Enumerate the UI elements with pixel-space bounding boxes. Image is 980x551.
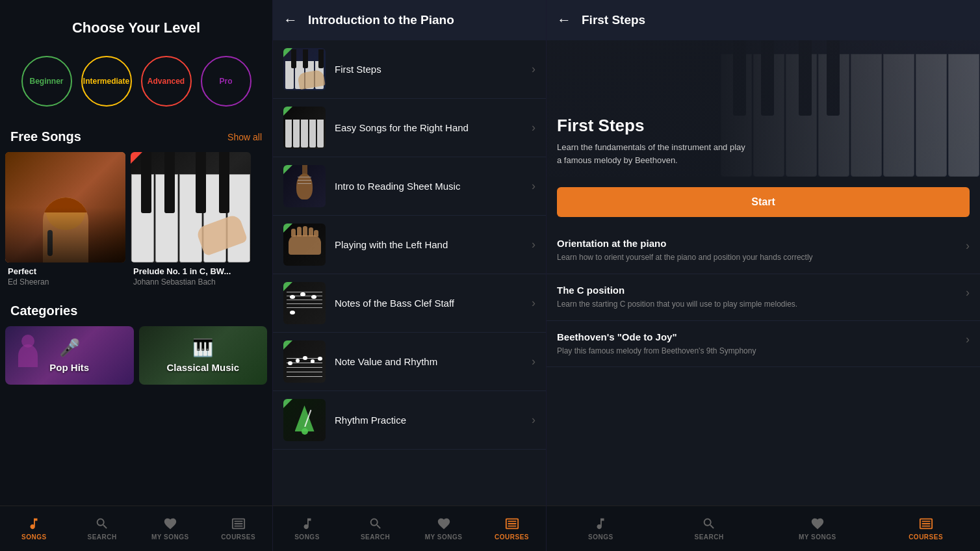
song-info-prelude: Prelude No. 1 in C, BW... Johann Sebasti…	[131, 263, 251, 287]
lesson-top-orientation: Orientation at the piano Learn how to or…	[557, 238, 970, 263]
panel2-title: Introduction to the Piano	[308, 13, 454, 27]
green-corner-reading	[283, 165, 292, 174]
green-corner-rhythm	[283, 399, 292, 408]
nav-songs-label-p3: SONGS	[588, 533, 613, 541]
pop-hits-icon: 🎤	[59, 338, 80, 358]
level-intermediate[interactable]: Intermediate	[81, 56, 132, 107]
course-item-lefthand[interactable]: Playing with the Left Hand ›	[273, 216, 546, 274]
back-button-p2[interactable]: ←	[283, 12, 298, 29]
heart-icon-p2	[437, 517, 451, 531]
free-songs-header: Free Songs Show all	[0, 123, 272, 152]
song-thumb-prelude	[131, 152, 251, 263]
nav-mysongs-p1[interactable]: MY SONGS	[136, 511, 205, 546]
nav-mysongs-p2[interactable]: MY SONGS	[409, 511, 478, 546]
nav-search-label-p1: SEARCH	[88, 533, 117, 541]
course-name-reading: Intro to Reading Sheet Music	[326, 181, 532, 192]
courses-icon-p1	[231, 517, 246, 531]
category-pop-hits[interactable]: 🎤 Pop Hits	[5, 326, 134, 385]
course-arrow-easysongs: ›	[532, 121, 535, 135]
course-name-lefthand: Playing with the Left Hand	[326, 239, 532, 250]
nav-songs-p2[interactable]: SONGS	[273, 511, 341, 546]
categories-grid: 🎤 Pop Hits 🎹 Classical Music	[0, 326, 272, 385]
category-classical[interactable]: 🎹 Classical Music	[139, 326, 268, 385]
level-beginner[interactable]: Beginner	[21, 56, 72, 107]
panel2-bottom-nav: SONGS SEARCH MY SONGS COURSES	[273, 506, 546, 551]
classical-music-icon: 🎹	[192, 338, 213, 358]
lesson-text-cposition: The C position Learn the starting C posi…	[557, 285, 797, 310]
lesson-desc-beethoven: Play this famous melody from Beethoven's…	[557, 346, 756, 357]
lesson-item-cposition[interactable]: The C position Learn the starting C posi…	[547, 274, 980, 321]
nav-mysongs-p3[interactable]: MY SONGS	[764, 511, 872, 546]
search-icon-p3	[702, 517, 716, 531]
course-item-easysongs[interactable]: Easy Songs for the Right Hand ›	[273, 99, 546, 157]
song-card-prelude[interactable]: Prelude No. 1 in C, BW... Johann Sebasti…	[131, 152, 251, 287]
course-thumb-rhythm	[283, 399, 326, 441]
nav-courses-label-p2: COURSES	[495, 533, 529, 541]
level-circles: Beginner Intermediate Advanced Pro	[0, 49, 272, 123]
back-button-p3[interactable]: ←	[557, 12, 571, 29]
show-all-button[interactable]: Show all	[227, 132, 262, 142]
level-pro[interactable]: Pro	[201, 56, 251, 107]
nav-courses-p3[interactable]: COURSES	[871, 511, 980, 546]
lessons-list: Orientation at the piano Learn how to or…	[547, 227, 980, 551]
heart-icon-p1	[163, 517, 177, 531]
lesson-item-beethoven[interactable]: Beethoven's "Ode to Joy" Play this famou…	[547, 321, 980, 368]
lesson-arrow-orientation: ›	[966, 239, 970, 253]
panel3-header: ← First Steps	[547, 0, 980, 40]
search-icon-p2	[368, 517, 383, 531]
music-note-icon-p3	[593, 517, 608, 531]
course-name-notevalue: Note Value and Rhythm	[326, 356, 532, 367]
nav-courses-label-p1: COURSES	[221, 533, 255, 541]
panel1-scroll: Choose Your Level Beginner Intermediate …	[0, 0, 272, 551]
nav-search-label-p3: SEARCH	[695, 533, 724, 541]
course-name-easysongs: Easy Songs for the Right Hand	[326, 122, 532, 133]
song-artist-prelude: Johann Sebastian Bach	[133, 277, 248, 287]
choose-level-title: Choose Your Level	[0, 0, 272, 49]
level-advanced[interactable]: Advanced	[141, 56, 192, 107]
course-item-firststeps[interactable]: First Steps ›	[273, 40, 546, 99]
song-artist-perfect: Ed Sheeran	[8, 277, 123, 287]
start-button[interactable]: Start	[557, 187, 970, 217]
course-item-rhythm[interactable]: Rhythm Practice ›	[273, 391, 546, 450]
lesson-title-cposition: The C position	[557, 285, 797, 296]
music-note-icon-p2	[300, 517, 315, 531]
course-name-rhythm: Rhythm Practice	[326, 415, 532, 426]
nav-courses-label-p3: COURSES	[909, 533, 943, 541]
nav-search-p2[interactable]: SEARCH	[341, 511, 409, 546]
course-item-notevalue[interactable]: Note Value and Rhythm ›	[273, 333, 546, 391]
song-name-perfect: Perfect	[8, 266, 123, 276]
hero-content: First Steps Learn the fundamentals of th…	[547, 105, 762, 177]
song-info-perfect: Perfect Ed Sheeran	[5, 263, 125, 287]
nav-search-p3[interactable]: SEARCH	[655, 511, 764, 546]
nav-courses-p1[interactable]: COURSES	[204, 511, 272, 546]
nav-songs-p1[interactable]: SONGS	[0, 511, 68, 546]
panel2-header: ← Introduction to the Piano	[273, 0, 546, 40]
course-thumb-firststeps	[283, 48, 326, 90]
green-corner-easysongs	[283, 107, 292, 116]
lesson-top-beethoven: Beethoven's "Ode to Joy" Play this famou…	[557, 331, 970, 357]
lesson-arrow-cposition: ›	[966, 286, 970, 300]
heart-icon-p3	[810, 517, 825, 531]
panel3-title: First Steps	[582, 13, 645, 27]
categories-header: Categories	[0, 297, 272, 326]
course-arrow-lefthand: ›	[532, 238, 535, 251]
course-item-bassclef[interactable]: Notes of the Bass Clef Staff ›	[273, 274, 546, 333]
course-thumb-notevalue	[283, 340, 326, 383]
lesson-desc-orientation: Learn how to orient yourself at the pian…	[557, 252, 813, 263]
lesson-item-orientation[interactable]: Orientation at the piano Learn how to or…	[547, 227, 980, 274]
course-item-reading[interactable]: Intro to Reading Sheet Music ›	[273, 157, 546, 216]
course-thumb-reading	[283, 165, 326, 207]
nav-songs-label-p2: SONGS	[294, 533, 320, 541]
nav-songs-p3[interactable]: SONGS	[547, 511, 655, 546]
nav-search-p1[interactable]: SEARCH	[68, 511, 136, 546]
nav-mysongs-label-p1: MY SONGS	[151, 533, 189, 541]
lesson-text-beethoven: Beethoven's "Ode to Joy" Play this famou…	[557, 331, 756, 357]
song-card-perfect[interactable]: Perfect Ed Sheeran	[5, 152, 125, 287]
course-thumb-easysongs	[283, 107, 326, 149]
nav-courses-p2[interactable]: COURSES	[478, 511, 546, 546]
lesson-title-orientation: Orientation at the piano	[557, 238, 813, 249]
lesson-top-cposition: The C position Learn the starting C posi…	[557, 285, 970, 310]
free-songs-title: Free Songs	[10, 129, 81, 144]
course-arrow-firststeps: ›	[532, 62, 535, 76]
search-icon-p1	[95, 517, 109, 531]
